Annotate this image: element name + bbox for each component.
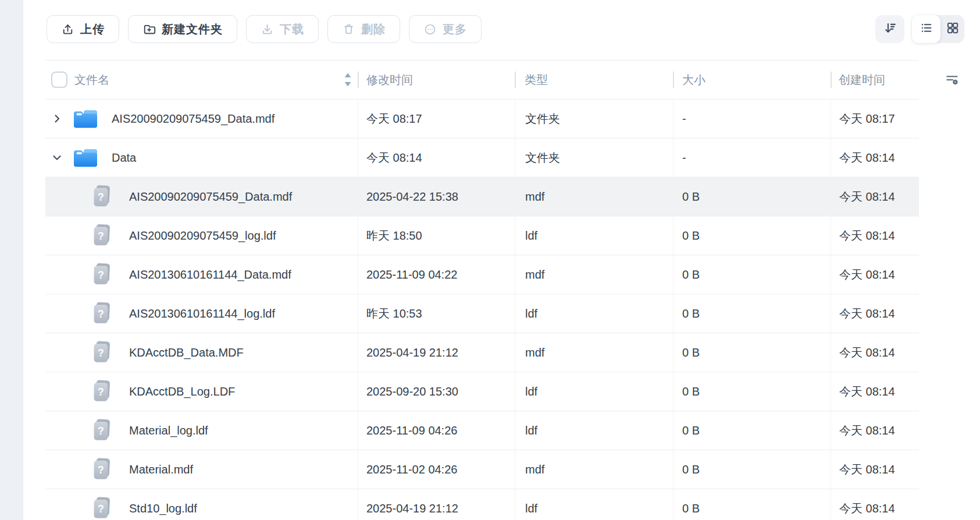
upload-icon <box>61 23 74 36</box>
sort-order-button[interactable] <box>875 15 904 43</box>
file-type: mdf <box>525 177 544 216</box>
file-size: 0 B <box>682 216 700 255</box>
file-size: 0 B <box>682 489 700 520</box>
list-view-button[interactable] <box>912 15 940 43</box>
file-size: 0 B <box>682 294 700 333</box>
table-row[interactable]: Data 今天 08:14 文件夹 - 今天 08:14 <box>45 138 919 177</box>
created-time: 今天 08:14 <box>839 255 895 294</box>
table-row[interactable]: ? Material.mdf 2025-11-02 04:26 mdf 0 B … <box>45 450 919 489</box>
svg-text:?: ? <box>98 308 104 320</box>
table-row[interactable]: ? KDAcctDB_Data.MDF 2025-04-19 21:12 mdf… <box>45 333 919 372</box>
column-settings-icon[interactable] <box>945 72 960 87</box>
svg-text:?: ? <box>98 347 104 359</box>
file-size: 0 B <box>682 333 700 372</box>
column-header-modified[interactable]: 修改时间 <box>366 60 413 99</box>
table-row[interactable]: ? AIS20130610161144_Data.mdf 2025-11-09 … <box>45 255 919 294</box>
modified-time: 昨天 18:50 <box>366 216 422 255</box>
file-name: Std10_log.ldf <box>129 489 197 520</box>
header-divider <box>831 72 832 88</box>
modified-time: 2025-04-22 15:38 <box>366 177 458 216</box>
file-name: KDAcctDB_Log.LDF <box>129 372 235 411</box>
file-type: ldf <box>525 411 537 450</box>
column-header-name[interactable]: 文件名 <box>74 60 109 99</box>
file-type: ldf <box>525 216 537 255</box>
toolbar-button-delete[interactable]: 删除 <box>327 15 400 43</box>
modified-time: 2025-04-19 21:12 <box>366 489 458 520</box>
created-time: 今天 08:14 <box>839 177 895 216</box>
file-name: Data <box>112 138 136 177</box>
unknown-file-icon: ? <box>91 457 112 482</box>
toolbar-button-download[interactable]: 下载 <box>246 15 319 43</box>
modified-time: 2025-11-09 04:26 <box>366 411 457 450</box>
toolbar-button-label: 上传 <box>80 22 105 37</box>
svg-text:?: ? <box>98 503 104 515</box>
file-name: AIS20090209075459_Data.mdf <box>129 177 292 216</box>
file-manager-panel: 上传新建文件夹下载删除更多 <box>23 0 980 520</box>
header-divider <box>673 72 674 88</box>
unknown-file-icon: ? <box>91 340 112 365</box>
table-row[interactable]: ? AIS20090209075459_log.ldf 昨天 18:50 ldf… <box>45 216 919 255</box>
table-row[interactable]: ? Std10_log.ldf 2025-04-19 21:12 ldf 0 B… <box>45 489 919 520</box>
file-type: ldf <box>525 372 537 411</box>
table-row[interactable]: ? AIS20090209075459_Data.mdf 2025-04-22 … <box>45 177 919 216</box>
chevron-down-icon[interactable] <box>52 153 62 162</box>
file-size: - <box>682 138 686 177</box>
file-type: ldf <box>525 489 537 520</box>
table-row[interactable]: ? KDAcctDB_Log.LDF 2025-09-20 15:30 ldf … <box>45 372 919 411</box>
table-header: 文件名 修改时间 类型 大小 创建时间 <box>45 60 919 99</box>
table-row[interactable]: ? AIS20130610161144_log.ldf 昨天 10:53 ldf… <box>45 294 919 333</box>
file-size: 0 B <box>682 411 700 450</box>
toolbar-button-new-folder[interactable]: 新建文件夹 <box>128 15 237 43</box>
unknown-file-icon: ? <box>91 223 112 248</box>
modified-time: 2025-11-02 04:26 <box>366 450 457 489</box>
header-divider <box>515 72 516 88</box>
modified-time: 2025-11-09 04:22 <box>366 255 457 294</box>
column-header-created[interactable]: 创建时间 <box>839 60 885 99</box>
table-row[interactable]: AIS20090209075459_Data.mdf 今天 08:17 文件夹 … <box>45 99 919 138</box>
download-icon <box>261 23 274 36</box>
unknown-file-icon: ? <box>91 496 112 520</box>
toolbar-button-more[interactable]: 更多 <box>409 15 482 43</box>
new-folder-icon <box>142 23 156 36</box>
svg-text:?: ? <box>98 464 104 476</box>
toolbar-button-label: 更多 <box>443 22 467 37</box>
file-size: 0 B <box>682 450 700 489</box>
unknown-file-icon: ? <box>91 418 112 443</box>
file-name: KDAcctDB_Data.MDF <box>129 333 244 372</box>
file-size: 0 B <box>682 177 700 216</box>
folder-icon <box>72 147 99 169</box>
header-divider <box>358 72 359 88</box>
left-sidebar-strip <box>0 0 23 520</box>
chevron-right-icon[interactable] <box>52 114 62 123</box>
grid-view-button[interactable] <box>940 15 964 43</box>
created-time: 今天 08:14 <box>839 411 895 450</box>
unknown-file-icon: ? <box>91 184 112 209</box>
column-header-type[interactable]: 类型 <box>525 60 548 99</box>
file-name: Material.mdf <box>129 450 193 489</box>
file-type: ldf <box>525 294 537 333</box>
file-type: mdf <box>525 450 544 489</box>
created-time: 今天 08:14 <box>839 294 895 333</box>
svg-text:?: ? <box>98 191 104 203</box>
grid-view-icon <box>946 21 960 37</box>
file-name: AIS20130610161144_log.ldf <box>129 294 275 333</box>
sort-arrows-icon[interactable] <box>343 72 352 87</box>
modified-time: 今天 08:14 <box>366 138 422 177</box>
select-all-checkbox[interactable] <box>51 72 67 88</box>
created-time: 今天 08:14 <box>839 450 895 489</box>
column-header-size[interactable]: 大小 <box>682 60 705 99</box>
table-body: AIS20090209075459_Data.mdf 今天 08:17 文件夹 … <box>45 99 919 520</box>
toolbar: 上传新建文件夹下载删除更多 <box>47 15 482 43</box>
toolbar-button-label: 删除 <box>361 22 386 37</box>
unknown-file-icon: ? <box>91 379 112 404</box>
file-type: 文件夹 <box>525 138 560 177</box>
svg-text:?: ? <box>98 425 104 437</box>
toolbar-button-upload[interactable]: 上传 <box>47 15 119 43</box>
toolbar-button-label: 新建文件夹 <box>162 22 223 37</box>
file-size: 0 B <box>682 372 700 411</box>
file-name: AIS20090209075459_log.ldf <box>129 216 276 255</box>
created-time: 今天 08:14 <box>839 372 895 411</box>
table-row[interactable]: ? Material_log.ldf 2025-11-09 04:26 ldf … <box>45 411 919 450</box>
more-icon <box>423 23 437 36</box>
svg-text:?: ? <box>98 269 104 281</box>
